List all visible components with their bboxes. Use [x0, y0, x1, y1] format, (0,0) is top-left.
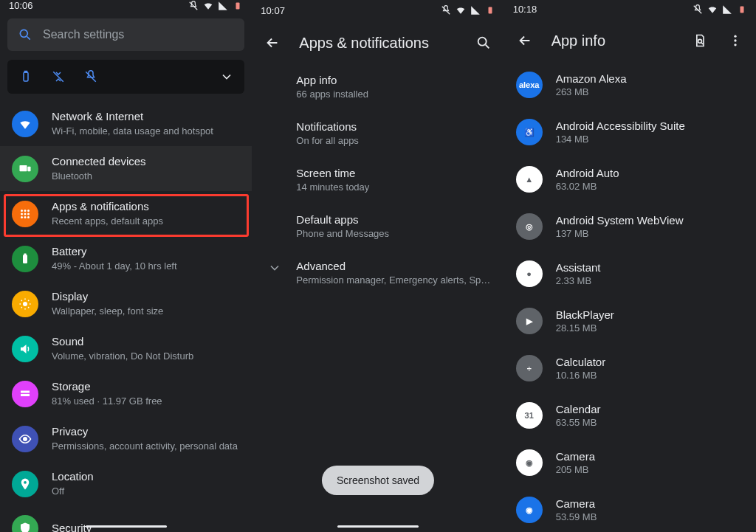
status-time: 10:18: [513, 4, 693, 15]
app-bar: Apps & notifications: [252, 21, 504, 63]
home-indicator[interactable]: [86, 525, 167, 528]
settings-item-sound[interactable]: Sound Volume, vibration, Do Not Disturb: [0, 326, 252, 371]
search-in-page-icon[interactable]: [691, 32, 709, 49]
svg-rect-19: [21, 394, 30, 396]
back-icon[interactable]: [516, 32, 534, 49]
app-row[interactable]: alexaAmazon Alexa263 MB: [504, 61, 756, 108]
item-app-info[interactable]: App info 66 apps installed: [296, 63, 490, 110]
app-row[interactable]: ◉Camera205 MB: [504, 439, 756, 486]
data-off-icon[interactable]: [50, 69, 66, 85]
item-screen-time[interactable]: Screen time 14 minutes today: [296, 156, 490, 203]
battery-status-icon: [485, 5, 495, 15]
svg-rect-0: [236, 2, 240, 9]
apps-icon: [12, 201, 38, 227]
app-icon: alexa: [516, 72, 543, 98]
app-icon: ÷: [516, 355, 543, 381]
app-info-panel: 10:18 App info alexaAmazon Alexa263 MB♿A…: [504, 0, 756, 532]
status-icons: [441, 5, 495, 15]
toast-screenshot-saved[interactable]: Screenshot saved: [322, 466, 434, 495]
app-row[interactable]: ●Assistant2.33 MB: [504, 250, 756, 297]
item-notifications[interactable]: Notifications On for all apps: [296, 110, 490, 156]
svg-rect-2: [24, 72, 28, 81]
devices-icon: [12, 156, 38, 182]
app-row[interactable]: ▶BlackPlayer28.15 MB: [504, 297, 756, 345]
chevron-down-icon[interactable]: [219, 69, 234, 84]
status-time: 10:07: [261, 5, 440, 16]
settings-item-security[interactable]: Security: [0, 506, 252, 532]
search-icon[interactable]: [475, 34, 492, 52]
app-row[interactable]: ◉Camera53.59 MB: [504, 486, 756, 532]
app-name: Camera: [556, 497, 597, 510]
svg-point-1: [20, 30, 27, 37]
app-name: Android System WebView: [556, 214, 684, 227]
svg-rect-24: [740, 6, 743, 13]
battery-outline-icon[interactable]: [18, 69, 34, 85]
svg-point-23: [478, 38, 486, 46]
back-icon[interactable]: [264, 34, 281, 52]
svg-point-7: [24, 210, 27, 212]
settings-item-privacy[interactable]: Privacy Permissions, account activity, p…: [0, 416, 252, 461]
svg-point-26: [734, 35, 736, 38]
svg-point-9: [21, 213, 23, 215]
app-row[interactable]: ◎Android System WebView137 MB: [504, 203, 756, 250]
svg-point-28: [734, 44, 736, 46]
settings-item-network[interactable]: Network & Internet Wi-Fi, mobile, data u…: [0, 101, 252, 146]
settings-item-location[interactable]: Location Off: [0, 461, 252, 506]
chevron-down-icon: [267, 260, 283, 276]
app-row[interactable]: ÷Calculator10.16 MB: [504, 345, 756, 392]
quick-settings-strip[interactable]: [7, 60, 244, 94]
item-default-apps[interactable]: Default apps Phone and Messages: [296, 203, 490, 249]
app-name: BlackPlayer: [556, 308, 614, 321]
app-size: 2.33 MB: [556, 275, 601, 286]
app-row[interactable]: 31Calendar63.55 MB: [504, 392, 756, 439]
wifi-status-icon: [456, 5, 466, 15]
app-icon: ●: [516, 260, 543, 287]
item-advanced[interactable]: Advanced Permission manager, Emergency a…: [296, 249, 490, 296]
app-icon: ▶: [516, 308, 543, 334]
home-indicator[interactable]: [337, 525, 419, 528]
bell-off-icon[interactable]: [83, 69, 99, 85]
app-icon: ♿: [516, 119, 543, 145]
status-icons: [188, 1, 243, 11]
settings-item-display[interactable]: Display Wallpaper, sleep, font size: [0, 281, 252, 326]
settings-search[interactable]: Search settings: [7, 18, 244, 51]
app-size: 63.55 MB: [556, 417, 601, 428]
app-size: 28.15 MB: [556, 322, 614, 334]
svg-point-27: [734, 40, 736, 42]
svg-point-6: [21, 210, 23, 212]
apps-notifications-panel: 10:07 Apps & notifications App info 66 a…: [252, 0, 504, 532]
app-name: Calendar: [556, 403, 601, 415]
settings-item-connected[interactable]: Connected devices Bluetooth: [0, 146, 252, 191]
app-icon: ◉: [516, 449, 543, 476]
app-row[interactable]: ▲Android Auto63.02 MB: [504, 156, 756, 203]
app-name: Android Auto: [556, 167, 619, 179]
app-list: alexaAmazon Alexa263 MB♿Android Accessib…: [504, 61, 756, 532]
battery-status-icon: [737, 4, 747, 15]
privacy-icon: [12, 426, 38, 452]
app-bar: App info: [504, 18, 756, 61]
app-name: Camera: [556, 450, 595, 463]
apps-notifications-list: App info 66 apps installed Notifications…: [252, 63, 504, 296]
settings-list: Network & Internet Wi-Fi, mobile, data u…: [0, 94, 252, 532]
app-icon: ◎: [516, 213, 543, 240]
svg-point-10: [24, 213, 27, 215]
app-name: Amazon Alexa: [556, 72, 627, 85]
app-icon: ▲: [516, 166, 543, 193]
status-bar: 10:18: [504, 0, 756, 18]
settings-item-storage[interactable]: Storage 81% used · 11.97 GB free: [0, 371, 252, 416]
security-icon: [12, 515, 38, 532]
status-bar: 10:06: [0, 0, 252, 11]
svg-rect-4: [20, 165, 27, 171]
more-icon[interactable]: [726, 32, 744, 49]
settings-item-apps[interactable]: Apps & notifications Recent apps, defaul…: [0, 191, 252, 236]
search-placeholder: Search settings: [43, 28, 124, 41]
svg-rect-22: [488, 7, 492, 14]
signal-x-icon: [218, 1, 228, 11]
app-row[interactable]: ♿Android Accessibility Suite134 MB: [504, 108, 756, 156]
dnd-off-icon: [188, 1, 199, 11]
svg-point-14: [27, 216, 30, 218]
sound-icon: [12, 336, 38, 362]
app-size: 63.02 MB: [556, 181, 619, 192]
display-icon: [12, 291, 38, 317]
settings-item-battery[interactable]: Battery 49% - About 1 day, 10 hrs left: [0, 236, 252, 281]
